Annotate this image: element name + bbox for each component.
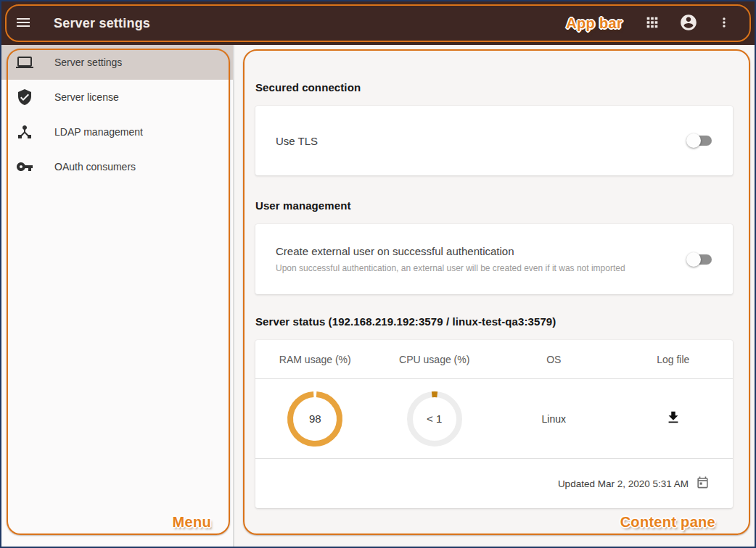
ram-usage-value: 98 <box>286 390 344 448</box>
cpu-usage-gauge: < 1 <box>406 390 464 448</box>
account-circle-icon <box>679 13 698 34</box>
overflow-menu-button[interactable] <box>717 15 731 32</box>
os-value: Linux <box>494 413 614 425</box>
content-annotation-label: Content pane <box>620 514 715 531</box>
menu-item-server-license[interactable]: Server license <box>1 80 233 115</box>
apps-grid-icon <box>644 14 660 33</box>
toggle-thumb <box>686 252 701 267</box>
account-button[interactable] <box>679 13 698 34</box>
use-tls-label: Use TLS <box>276 135 318 147</box>
laptop-icon <box>16 54 33 71</box>
menu-item-label: Server license <box>54 91 119 103</box>
create-external-user-card: Create external user on successful authe… <box>255 224 733 294</box>
calendar-icon <box>696 476 710 491</box>
create-external-user-toggle[interactable] <box>686 252 712 267</box>
column-log-file: Log file <box>614 354 734 365</box>
refresh-date-button[interactable] <box>696 476 710 491</box>
menu-item-label: LDAP management <box>54 126 143 138</box>
updated-timestamp: Updated Mar 2, 2020 5:31 AM <box>558 478 689 489</box>
shield-check-icon <box>16 88 33 106</box>
use-tls-toggle[interactable] <box>686 133 712 148</box>
download-icon <box>665 410 681 428</box>
hamburger-menu-button[interactable] <box>15 14 32 33</box>
page-title: Server settings <box>54 16 150 31</box>
status-footer: Updated Mar 2, 2020 5:31 AM <box>255 459 733 508</box>
key-icon <box>16 158 33 175</box>
status-table-header: RAM usage (%) CPU usage (%) OS Log file <box>255 340 733 379</box>
server-status-card: RAM usage (%) CPU usage (%) OS Log file … <box>255 340 733 508</box>
menu-item-oauth-consumers[interactable]: OAuth consumers <box>1 149 233 184</box>
user-management-heading: User management <box>255 199 733 212</box>
download-log-button[interactable] <box>665 410 681 428</box>
content-pane: Secured connection Use TLS User manageme… <box>234 45 755 547</box>
column-cpu-usage: CPU usage (%) <box>375 354 495 365</box>
ram-usage-gauge: 98 <box>286 390 344 448</box>
appbar-annotation-label: App bar <box>566 15 623 32</box>
server-settings-screen: Server settings App bar <box>0 0 756 548</box>
column-ram-usage: RAM usage (%) <box>255 354 375 365</box>
column-os: OS <box>494 354 614 365</box>
menu-annotation-label: Menu <box>173 514 211 531</box>
create-external-user-description: Upon successful authentication, an exter… <box>276 263 625 273</box>
cpu-usage-value: < 1 <box>406 390 464 448</box>
secured-connection-heading: Secured connection <box>255 81 733 94</box>
apps-button[interactable] <box>644 14 660 33</box>
use-tls-card: Use TLS <box>255 106 733 175</box>
hamburger-icon <box>15 14 32 33</box>
menu-item-ldap-management[interactable]: LDAP management <box>1 115 233 149</box>
hub-icon <box>16 123 33 141</box>
menu-pane: Server settings Server license LDAP mana… <box>1 45 234 547</box>
status-table-row: 98 < 1 Linux <box>255 379 733 459</box>
menu-item-label: Server settings <box>54 57 122 68</box>
menu-item-server-settings[interactable]: Server settings <box>1 45 233 80</box>
create-external-user-label: Create external user on successful authe… <box>276 245 625 257</box>
toggle-thumb <box>686 133 701 148</box>
kebab-menu-icon <box>717 15 731 32</box>
app-bar: Server settings App bar <box>1 1 755 45</box>
menu-item-label: OAuth consumers <box>54 161 136 173</box>
server-status-heading: Server status (192.168.219.192:3579 / li… <box>255 315 733 328</box>
